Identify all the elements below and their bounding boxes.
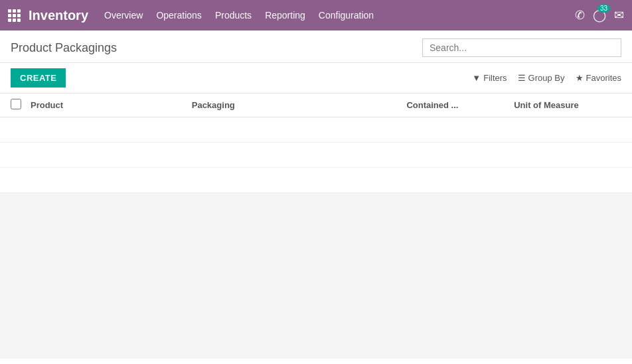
nav-item-configuration[interactable]: Configuration — [319, 7, 374, 23]
chat-icon[interactable]: ✉ — [614, 8, 624, 23]
nav-item-overview[interactable]: Overview — [104, 7, 143, 23]
search-input[interactable] — [422, 38, 621, 57]
group-by-button[interactable]: ☰ Group By — [518, 73, 565, 83]
filter-icon: ▼ — [472, 73, 481, 83]
star-icon: ★ — [576, 73, 584, 83]
empty-area — [0, 193, 632, 359]
notification-badge: 33 — [597, 4, 610, 13]
grid-menu-icon[interactable] — [8, 9, 21, 22]
table-header: Product Packaging Contained ... Unit of … — [0, 93, 632, 117]
column-header-uom: Unit of Measure — [514, 100, 621, 110]
app-title: Inventory — [29, 8, 88, 23]
content-area: Product Packagings CREATE ▼ Filters ☰ Gr… — [0, 30, 632, 364]
favorites-label: Favorites — [586, 73, 621, 83]
filters-label: Filters — [483, 73, 507, 83]
column-header-contained: Contained ... — [406, 100, 514, 110]
filter-bar: ▼ Filters ☰ Group By ★ Favorites — [472, 73, 621, 83]
select-all-checkbox[interactable] — [11, 99, 21, 109]
table-row — [0, 168, 632, 193]
filters-button[interactable]: ▼ Filters — [472, 73, 507, 83]
column-header-product: Product — [31, 100, 192, 110]
table-row — [0, 117, 632, 143]
table-row — [0, 143, 632, 168]
topbar-right: ✆ ◯ 33 ✉ — [575, 8, 624, 23]
topbar: Inventory Overview Operations Products R… — [0, 0, 632, 30]
page-header: Product Packagings — [0, 30, 632, 63]
group-by-icon: ☰ — [518, 73, 526, 83]
nav-item-products[interactable]: Products — [215, 7, 252, 23]
create-button[interactable]: CREATE — [11, 68, 66, 88]
notifications-icon[interactable]: ◯ 33 — [593, 8, 606, 23]
table-area: Product Packaging Contained ... Unit of … — [0, 93, 632, 193]
page-title: Product Packagings — [11, 41, 117, 55]
nav-item-operations[interactable]: Operations — [156, 7, 201, 23]
phone-icon[interactable]: ✆ — [575, 8, 585, 23]
nav-item-reporting[interactable]: Reporting — [265, 7, 305, 23]
action-bar: CREATE ▼ Filters ☰ Group By ★ Favorites — [0, 63, 632, 93]
select-all-checkbox-cell[interactable] — [11, 99, 31, 111]
column-header-packaging: Packaging — [192, 100, 407, 110]
favorites-button[interactable]: ★ Favorites — [576, 73, 621, 83]
group-by-label: Group By — [528, 73, 565, 83]
main-nav: Overview Operations Products Reporting C… — [104, 7, 575, 23]
